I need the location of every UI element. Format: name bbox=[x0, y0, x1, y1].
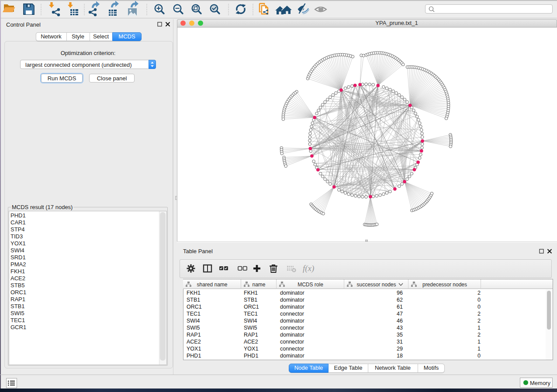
svg-text:f(x): f(x) bbox=[303, 264, 314, 273]
